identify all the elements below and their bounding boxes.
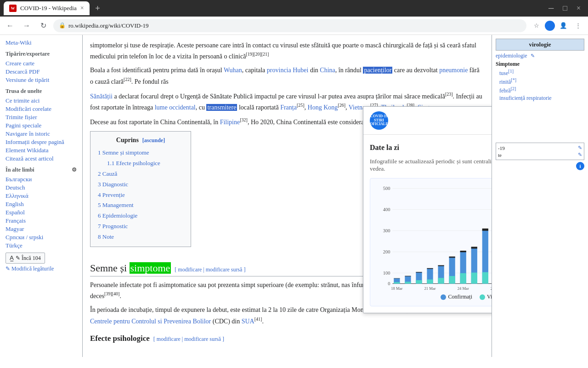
svg-rect-41 bbox=[482, 229, 488, 231]
efecte-modify-link[interactable]: modificare bbox=[157, 336, 181, 342]
language-list: БългарскиDeutschΕλληνικάEnglishEspañolFr… bbox=[6, 175, 77, 250]
wuhan-link[interactable]: Wuhan bbox=[224, 67, 242, 74]
wikidata-element-link[interactable]: Element Wikidata bbox=[6, 146, 77, 155]
sidebar-lang-en[interactable]: English bbox=[6, 200, 77, 208]
meta-wiki-link[interactable]: Meta-Wiki bbox=[6, 39, 77, 47]
forward-button[interactable]: → bbox=[20, 19, 33, 32]
toc-link-5[interactable]: 5 Management bbox=[98, 201, 134, 208]
lang-settings-icon[interactable]: ⚙ bbox=[72, 167, 77, 173]
filipine-link[interactable]: Filipine bbox=[220, 119, 240, 126]
tools-title: Trusa de unelte bbox=[6, 88, 77, 95]
svg-rect-38 bbox=[471, 247, 477, 248]
pneumonie-link[interactable]: pneumonie bbox=[439, 67, 468, 74]
tools-section: Trusa de unelte Ce trimite aici Modifică… bbox=[6, 88, 77, 163]
sanatate-link[interactable]: Sănătății bbox=[90, 93, 113, 100]
toc-link-2[interactable]: 2 Cauză bbox=[98, 170, 117, 177]
epidemiologie-link[interactable]: epidemiologie bbox=[496, 52, 527, 59]
menu-button[interactable]: ⋮ bbox=[571, 19, 584, 32]
sidebar-lang-bg[interactable]: Български bbox=[6, 175, 77, 184]
toc-link-1[interactable]: 1 Semne și simptome bbox=[98, 149, 149, 156]
tuse-row: tuse[1] bbox=[496, 69, 584, 77]
chart-container[interactable]: 500 400 300 200 100 0 bbox=[370, 178, 492, 306]
rinita-link[interactable]: rinită[*] bbox=[499, 79, 516, 85]
efecte-modify-source-link[interactable]: modificare sursă bbox=[184, 336, 221, 342]
tuse-link[interactable]: tuse[1] bbox=[499, 70, 514, 76]
reload-button[interactable]: ↻ bbox=[37, 19, 50, 32]
restore-icon[interactable]: □ bbox=[559, 4, 571, 12]
sidebar-lang-fr[interactable]: Français bbox=[6, 217, 77, 225]
toc-link-1-1[interactable]: 1.1 Efecte psihologice bbox=[107, 160, 160, 167]
cite-article-link[interactable]: Citează acest articol bbox=[6, 155, 77, 163]
cdc-link[interactable]: Centrele pentru Controlul si Prevenirea … bbox=[90, 317, 211, 324]
download-pdf-link[interactable]: Descarcă PDF bbox=[6, 68, 77, 76]
new-tab-button[interactable]: + bbox=[91, 2, 104, 15]
hong-kong-link[interactable]: Hong Kong bbox=[308, 104, 338, 111]
toc-link-4[interactable]: 4 Prevenție bbox=[98, 191, 125, 198]
epidemiologie-link-row: epidemiologie ✎ bbox=[496, 52, 584, 59]
svg-text:300: 300 bbox=[383, 228, 390, 233]
active-tab[interactable]: W COVID-19 - Wikipedia × bbox=[4, 1, 90, 15]
sidebar-lang-es[interactable]: Español bbox=[6, 208, 77, 217]
sidebar-lang-sr[interactable]: Српски / srpski bbox=[6, 233, 77, 242]
china-link[interactable]: China bbox=[320, 67, 335, 74]
right-sidebar: virologie epidemiologie ✎ Simptome tuse[… bbox=[492, 35, 588, 357]
back-button[interactable]: ← bbox=[4, 19, 17, 32]
minimize-icon[interactable]: ─ bbox=[545, 4, 557, 12]
sidebar-lang-tr[interactable]: Türkçe bbox=[6, 242, 77, 250]
navigate-history-link[interactable]: Navigare în istoric bbox=[6, 130, 77, 138]
toc-link-8[interactable]: 8 Note bbox=[98, 233, 114, 240]
franta-link[interactable]: Franța bbox=[280, 104, 297, 111]
special-pages-link[interactable]: Pagini speciale bbox=[6, 121, 77, 130]
efecte-subsection-heading: Efecte psihologice [ modificare | modifi… bbox=[90, 332, 484, 345]
svg-rect-20 bbox=[416, 280, 422, 283]
address-bar[interactable]: 🔒 ro.wikipedia.org/wiki/COVID-19 bbox=[53, 19, 526, 32]
svg-rect-40 bbox=[482, 272, 488, 284]
close-icon[interactable]: × bbox=[573, 4, 584, 12]
covid-edit-icon[interactable]: ✎ bbox=[578, 145, 582, 151]
more-languages-badge[interactable]: A̲ ✎ Încă 104 bbox=[6, 253, 45, 264]
modify-source-link[interactable]: modificare sursă bbox=[206, 266, 243, 273]
hubei-link[interactable]: provincia Hubei bbox=[267, 67, 309, 74]
sidebar-lang-hu[interactable]: Magyar bbox=[6, 225, 77, 233]
subsection-title: Efecte psihologice bbox=[90, 332, 150, 345]
tab-close-icon[interactable]: × bbox=[80, 5, 84, 12]
create-book-link[interactable]: Creare carte bbox=[6, 59, 77, 68]
footnote-22: [22] bbox=[124, 77, 131, 82]
print-version-link[interactable]: Versiune de tipărit bbox=[6, 76, 77, 84]
other-languages-title: În alte limbi bbox=[6, 167, 34, 173]
toc-link-3[interactable]: 3 Diagnostic bbox=[98, 181, 128, 188]
info-icon[interactable]: i bbox=[576, 162, 584, 170]
footnote-39-40: [39][40] bbox=[104, 291, 119, 296]
modify-link[interactable]: modificare bbox=[178, 266, 202, 273]
sidebar-lang-el[interactable]: Ελληνικά bbox=[6, 192, 77, 200]
page-info-link[interactable]: Informații despre pagină bbox=[6, 138, 77, 146]
svg-rect-27 bbox=[438, 278, 444, 283]
rinita-row: rinită[*] bbox=[496, 77, 584, 86]
print-export-title: Tipărire/exportare bbox=[6, 51, 77, 58]
toc-link-7[interactable]: 7 Prognostic bbox=[98, 223, 128, 230]
sidebar-lang-de[interactable]: Deutsch bbox=[6, 184, 77, 192]
languages-section: În alte limbi ⚙ БългарскиDeutschΕλληνικά… bbox=[6, 167, 77, 272]
toc-item: 2 Cauză bbox=[98, 169, 183, 179]
overlay-description: Infografiile se actualizează periodic și… bbox=[370, 158, 492, 172]
insuficienta-link[interactable]: insuficiență respiratorie bbox=[499, 95, 552, 101]
bookmark-button[interactable]: ☆ bbox=[530, 19, 543, 32]
send-file-link[interactable]: Trimite fișier bbox=[6, 113, 77, 121]
toc-toggle[interactable]: [ascunde] bbox=[142, 136, 165, 145]
send-here-link[interactable]: Ce trimite aici bbox=[6, 97, 77, 105]
covid-te-edit-icon[interactable]: ✎ bbox=[578, 152, 582, 158]
febra-link[interactable]: febră[2] bbox=[499, 87, 516, 94]
main-content: simptomelor și tuse de respirație. Acest… bbox=[83, 35, 492, 357]
account-button[interactable]: 👤 bbox=[557, 19, 570, 32]
bar-chart-svg: 500 400 300 200 100 0 bbox=[376, 184, 492, 290]
simptome-row: Simptome bbox=[496, 61, 584, 68]
edit-links-button[interactable]: ✎ Modifică legăturile bbox=[6, 265, 77, 272]
occident-link[interactable]: lume occidental bbox=[155, 104, 196, 111]
svg-rect-17 bbox=[405, 282, 411, 283]
section-title-text: Semne și simptome bbox=[90, 260, 171, 276]
toc-link-6[interactable]: 6 Epidemiologie bbox=[98, 212, 137, 219]
related-changes-link[interactable]: Modificări corelate bbox=[6, 105, 77, 113]
edit-icon-epidemiologie[interactable]: ✎ bbox=[531, 53, 535, 58]
toc-list: 1 Semne și simptome1.1 Efecte psihologic… bbox=[98, 148, 183, 242]
sua-link[interactable]: SUA bbox=[242, 317, 254, 324]
